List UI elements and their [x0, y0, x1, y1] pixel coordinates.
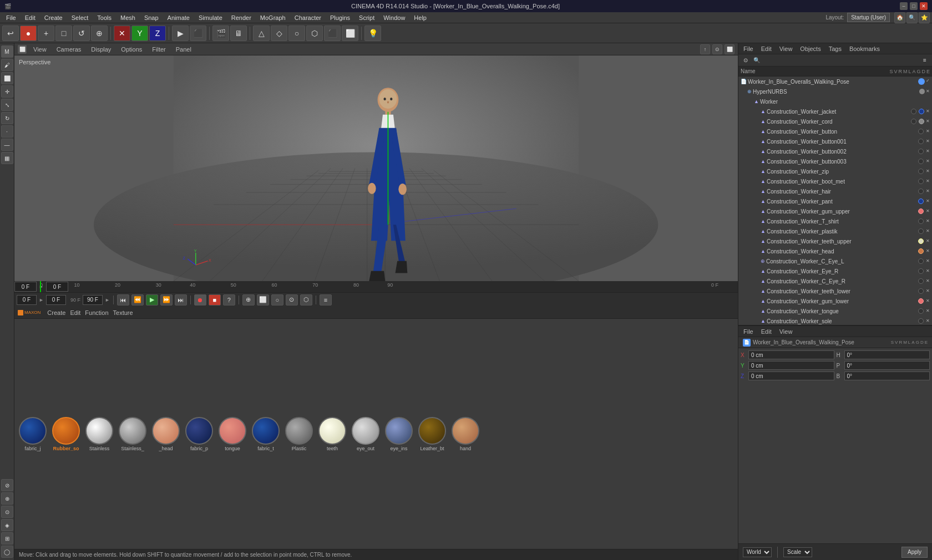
obj-row-hypernurbs[interactable]: ⊕ HyperNURBS ✕ — [738, 86, 932, 96]
mat-item-head[interactable]: _head — [151, 417, 181, 451]
maximize-button[interactable]: □ — [910, 2, 918, 10]
z-pos-input[interactable] — [748, 371, 834, 380]
mat-item-hand[interactable]: hand — [450, 417, 480, 451]
light-btn[interactable]: 💡 — [364, 26, 381, 41]
obj-row-tongue[interactable]: ▲ Construction_Worker_tongue ✕ — [738, 306, 932, 316]
obj-row-pant[interactable]: ▲ Construction_Worker_pant ✕ — [738, 196, 932, 206]
menu-character[interactable]: Character — [291, 13, 325, 22]
mat-item-leather-bt[interactable]: Leather_bt — [417, 417, 447, 451]
frame-input[interactable] — [17, 295, 37, 305]
obj-row-ceye-l[interactable]: ⊕ Construction_Worker_C_Eye_L ✕ — [738, 256, 932, 266]
attr-menu-file[interactable]: File — [741, 328, 756, 335]
tc-play-btn[interactable]: ▶ — [146, 294, 158, 306]
menu-script[interactable]: Script — [355, 13, 378, 22]
attr-menu-edit[interactable]: Edit — [758, 328, 774, 335]
ls-paint-btn[interactable]: 🖌 — [1, 59, 13, 71]
start-frame-input[interactable] — [46, 282, 68, 292]
vt-options[interactable]: Options — [118, 45, 145, 54]
ls-tool6-btn[interactable]: ◯ — [1, 546, 13, 558]
ls-scale-btn[interactable]: ⤡ — [1, 99, 13, 111]
ls-tool5-btn[interactable]: ⊞ — [1, 532, 13, 544]
world-dropdown[interactable]: World — [743, 547, 772, 557]
h-input[interactable] — [844, 350, 930, 359]
ls-move-btn[interactable]: ✛ — [1, 85, 13, 98]
new-btn[interactable]: ⊕ — [91, 26, 108, 41]
vt-btn3[interactable]: ⬜ — [725, 44, 735, 54]
x-btn[interactable]: ✕ — [114, 26, 130, 41]
obj-row-sole[interactable]: ▲ Construction_Worker_sole ✕ — [738, 316, 932, 325]
mat-item-eye-ins[interactable]: eye_ins — [384, 417, 414, 451]
x-pos-input[interactable] — [748, 350, 834, 359]
render-prev-btn[interactable]: ▶ — [172, 26, 189, 41]
vt-icon[interactable]: ⬜ — [18, 45, 27, 54]
ls-points-btn[interactable]: · — [1, 125, 13, 138]
current-frame-input[interactable] — [14, 282, 37, 292]
tc-key5-btn[interactable]: ⬡ — [300, 294, 312, 306]
geom1-btn[interactable]: △ — [253, 26, 270, 41]
oti-filter[interactable]: ≡ — [920, 55, 930, 65]
layout-star-btn[interactable]: ⭐ — [919, 12, 930, 23]
b-input[interactable] — [844, 371, 930, 380]
obj-btn[interactable]: □ — [55, 26, 72, 41]
mat-item-eye-out[interactable]: eye_out — [351, 417, 381, 451]
menu-plugins[interactable]: Plugins — [326, 13, 354, 22]
mat-edit[interactable]: Edit — [70, 309, 80, 316]
menu-mograph[interactable]: MoGraph — [256, 13, 290, 22]
obj-row-button001[interactable]: ▲ Construction_Worker_button001 ✕ — [738, 136, 932, 146]
mat-item-fabric-p[interactable]: fabric_p — [184, 417, 214, 451]
obj-row-gum-lower[interactable]: ▲ Construction_Worker_gum_lower ✕ — [738, 296, 932, 306]
render-btn[interactable]: 🖥 — [230, 26, 247, 41]
z-btn[interactable]: Z — [149, 26, 166, 41]
ls-edges-btn[interactable]: — — [1, 139, 13, 151]
geom6-btn[interactable]: ⬜ — [342, 26, 358, 41]
obj-row-jacket[interactable]: ▲ Construction_Worker_jacket ✕ — [738, 106, 932, 116]
menu-create[interactable]: Create — [40, 13, 67, 22]
vt-filter[interactable]: Filter — [149, 45, 169, 54]
tc-key2-btn[interactable]: ⬜ — [257, 294, 269, 306]
menu-select[interactable]: Select — [68, 13, 93, 22]
vt-btn2[interactable]: ⊙ — [712, 44, 722, 54]
attr-menu-view[interactable]: View — [777, 328, 796, 335]
tc-key3-btn[interactable]: ○ — [271, 294, 283, 306]
undo-btn[interactable]: ↩ — [2, 26, 19, 41]
obj-row-teeth-lower[interactable]: ▲ Construction_Worker_teeth_lower ✕ — [738, 286, 932, 296]
obj-row-button[interactable]: ▲ Construction_Worker_button ✕ — [738, 126, 932, 136]
tc-auto-btn[interactable]: ? — [223, 294, 235, 306]
obj-row-hair[interactable]: ▲ Construction_Worker_hair ✕ — [738, 186, 932, 196]
obj-menu-file[interactable]: File — [741, 45, 756, 53]
oti-search[interactable]: 🔍 — [752, 55, 762, 65]
layout-preset[interactable]: Startup (User) — [847, 13, 890, 22]
close-button[interactable]: ✕ — [920, 2, 928, 10]
layout-home-btn[interactable]: 🏠 — [894, 12, 905, 23]
menu-render[interactable]: Render — [227, 13, 255, 22]
ls-model-btn[interactable]: M — [1, 45, 13, 58]
vt-display[interactable]: Display — [88, 45, 114, 54]
mat-function[interactable]: Function — [85, 309, 108, 316]
obj-row-tshirt[interactable]: ▲ Construction_Worker_T_shirt ✕ — [738, 216, 932, 226]
obj-menu-tags[interactable]: Tags — [826, 45, 844, 53]
tc-key1-btn[interactable]: ⊕ — [242, 294, 255, 306]
menu-simulate[interactable]: Simulate — [195, 13, 226, 22]
ls-select-btn[interactable]: ⬜ — [1, 72, 13, 84]
obj-row-scene[interactable]: 📄 Worker_In_Blue_Overalls_Walking_Pose ✓ — [738, 77, 932, 86]
geom2-btn[interactable]: ◇ — [271, 26, 287, 41]
viewport-3d[interactable]: Perspective — [14, 55, 738, 281]
mat-item-rubber-so[interactable]: Rubber_so — [51, 417, 81, 451]
menu-mesh[interactable]: Mesh — [116, 13, 139, 22]
geom4-btn[interactable]: ⬡ — [306, 26, 323, 41]
geom3-btn[interactable]: ○ — [288, 26, 305, 41]
mat-item-plastic[interactable]: Plastic — [284, 417, 314, 451]
ls-tool2-btn[interactable]: ⊕ — [1, 492, 13, 505]
obj-row-button003[interactable]: ▲ Construction_Worker_button003 ✕ — [738, 156, 932, 166]
mat-texture[interactable]: Texture — [113, 309, 133, 316]
rot-btn[interactable]: ↺ — [73, 26, 90, 41]
obj-row-boot-met[interactable]: ▲ Construction_Worker_boot_met ✕ — [738, 176, 932, 186]
mat-item-fabric-j[interactable]: fabric_j — [18, 417, 48, 451]
move-btn[interactable]: ● — [20, 26, 37, 41]
tc-record-btn[interactable]: ⏺ — [194, 294, 206, 306]
mat-create[interactable]: Create — [47, 309, 65, 316]
obj-row-cord[interactable]: ▲ Construction_Worker_cord ✕ — [738, 116, 932, 126]
ls-poly-btn[interactable]: ▦ — [1, 152, 13, 164]
y-btn[interactable]: Y — [131, 26, 148, 41]
obj-menu-view[interactable]: View — [777, 45, 796, 53]
